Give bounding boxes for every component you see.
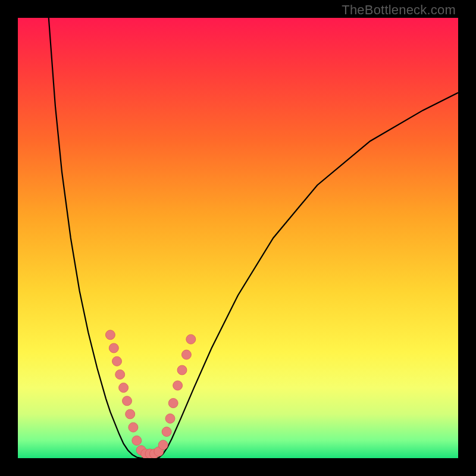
sample-dot — [109, 343, 118, 353]
sample-dot — [168, 399, 178, 408]
watermark-text: TheBottleneck.com — [342, 2, 456, 18]
sample-dot — [181, 350, 191, 359]
sample-dot — [177, 365, 187, 375]
sample-dot — [165, 414, 175, 423]
sample-dot — [119, 383, 129, 393]
sample-dot — [173, 381, 183, 390]
sample-dot — [158, 440, 168, 450]
sample-dot — [105, 330, 115, 340]
sample-dot — [186, 334, 196, 344]
sample-dot — [162, 427, 171, 437]
bottleneck-curve — [49, 18, 458, 458]
sample-dot — [115, 369, 125, 379]
sample-dot — [129, 422, 138, 432]
sample-dot — [112, 356, 122, 366]
chart-frame: TheBottleneck.com — [0, 0, 476, 476]
sample-dot — [126, 409, 135, 419]
sample-dot — [123, 396, 132, 406]
sample-dots-group — [105, 330, 195, 458]
sample-dot — [132, 436, 142, 445]
plot-area — [18, 18, 458, 458]
chart-svg — [18, 18, 458, 458]
